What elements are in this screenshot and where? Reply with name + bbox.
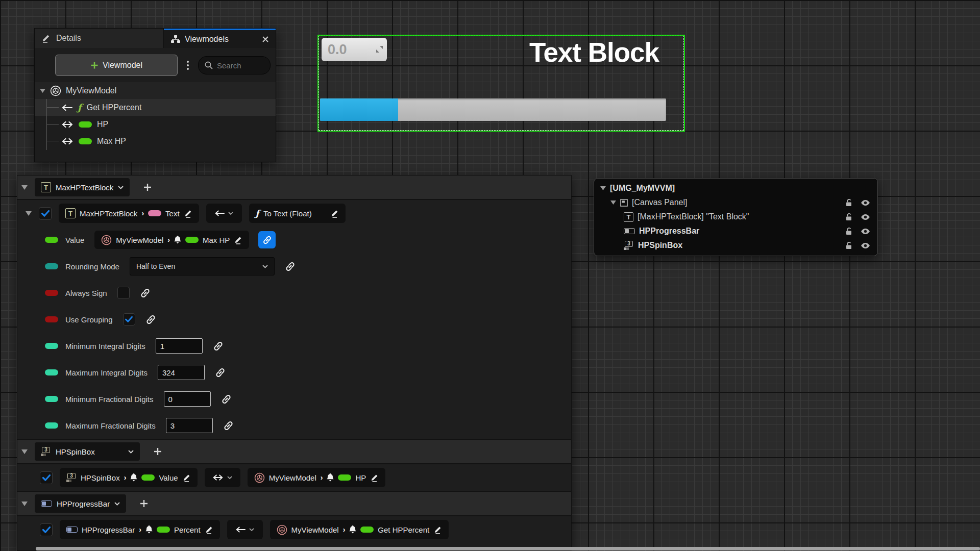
rounding-mode-dropdown[interactable]: Half to Even (130, 257, 275, 276)
collapse-triangle-icon[interactable] (40, 89, 45, 93)
destination-chip[interactable]: T MaxHPTextBlock › Text (59, 204, 199, 223)
function-icon: ƒ (256, 208, 259, 218)
viewmodel-root-row[interactable]: MyViewModel (35, 82, 276, 99)
viewmodel-item-hp[interactable]: HP (35, 116, 276, 133)
link-icon[interactable] (145, 314, 156, 325)
collapse-triangle-icon[interactable] (26, 211, 32, 216)
link-icon[interactable] (223, 420, 234, 431)
collapse-triangle-icon[interactable] (610, 201, 616, 205)
edit-pencil-icon[interactable] (205, 525, 213, 534)
int-pill-icon (45, 369, 58, 375)
hierarchy-row-hpprogressbar[interactable]: HPProgressBar (594, 224, 877, 238)
viewmodel-source-chip[interactable]: MyViewModel › HP (248, 468, 386, 487)
always-sign-checkbox[interactable] (117, 287, 130, 299)
canvas-selection[interactable]: 0.0 Text Block (317, 35, 685, 132)
hierarchy-row-root[interactable]: [UMG_MyMVVM] (594, 181, 877, 195)
unlock-icon[interactable] (845, 241, 852, 249)
collapse-triangle-icon[interactable] (21, 185, 28, 190)
search-input[interactable]: Search (198, 56, 271, 74)
conversion-function-name: To Text (Float) (263, 209, 312, 218)
chevron-down-icon (249, 528, 254, 531)
viewmodel-tree: MyViewModel ƒ Get HPPercent HP (35, 82, 276, 149)
edit-pencil-icon[interactable] (184, 209, 192, 218)
max-fractional-digits-input[interactable] (166, 418, 213, 433)
hierarchy-row-hpspinbox[interactable]: 3 HPSpinBox (594, 238, 877, 253)
min-integral-digits-input[interactable] (156, 338, 203, 354)
edit-pencil-icon[interactable] (370, 473, 379, 482)
link-icon[interactable] (285, 261, 296, 272)
add-binding-icon[interactable] (143, 183, 152, 192)
canvas-panel-icon (620, 199, 628, 207)
binding-direction-dropdown[interactable] (206, 204, 242, 223)
tab-details[interactable]: Details (35, 29, 164, 48)
add-viewmodel-button[interactable]: Viewmodel (55, 55, 178, 76)
collapse-triangle-icon[interactable] (600, 186, 606, 190)
hierarchy-item-label: HPSpinBox (638, 241, 682, 250)
binding-direction-dropdown[interactable] (227, 520, 263, 539)
hierarchy-root-label: [UMG_MyMVVM] (610, 184, 675, 193)
kebab-menu-icon[interactable] (184, 59, 192, 72)
unlock-icon[interactable] (845, 198, 852, 207)
viewmodels-panel-tabs: Details Viewmodels (35, 29, 276, 48)
unlock-icon[interactable] (845, 213, 852, 221)
visibility-eye-icon[interactable] (861, 214, 870, 220)
destination-chip[interactable]: HPProgressBar › Percent (60, 520, 220, 539)
max-integral-digits-input[interactable] (158, 365, 205, 380)
visibility-eye-icon[interactable] (861, 228, 870, 235)
arg-row-min-integral-digits: Minimum Integral Digits (17, 333, 571, 359)
viewmodels-toolbar: Viewmodel Search (35, 48, 276, 76)
min-fractional-digits-input[interactable] (164, 391, 211, 407)
unlock-icon[interactable] (845, 227, 852, 235)
link-icon[interactable] (140, 288, 151, 298)
destination-property-name: Text (165, 209, 180, 218)
binding-enabled-checkbox[interactable] (39, 207, 52, 220)
hierarchy-row-canvas-panel[interactable]: [Canvas Panel] (594, 195, 877, 210)
spinbox-icon: 3 (66, 473, 77, 483)
viewmodel-item-max-hp[interactable]: Max HP (35, 133, 276, 149)
binding-link-button[interactable] (258, 231, 276, 248)
property-pill-icon (141, 474, 155, 481)
collapse-triangle-icon[interactable] (21, 449, 28, 454)
int-pill-icon (45, 422, 58, 429)
visibility-eye-icon[interactable] (861, 199, 870, 206)
edit-pencil-icon[interactable] (234, 236, 242, 244)
close-icon[interactable] (262, 36, 268, 42)
hp-progressbar-widget[interactable] (320, 98, 666, 121)
edit-pencil-icon[interactable] (433, 525, 442, 534)
link-icon[interactable] (221, 394, 232, 405)
viewmodel-source-chip[interactable]: MyViewModel › Max HP (94, 231, 249, 249)
conversion-function-chip[interactable]: ƒ To Text (Float) (249, 204, 346, 223)
details-icon (42, 34, 52, 43)
arg-row-always-sign: Always Sign (17, 280, 571, 306)
bool-pill-icon (45, 290, 58, 296)
notify-bell-icon (145, 525, 153, 534)
link-icon[interactable] (215, 367, 226, 378)
spinbox-value: 0.0 (328, 42, 347, 58)
visibility-eye-icon[interactable] (861, 242, 870, 249)
edit-pencil-icon[interactable] (330, 209, 339, 218)
text-block-widget[interactable]: Text Block (487, 37, 701, 68)
hierarchy-row-maxhptextblock[interactable]: T [MaxHPTextBlock] "Text Block" (594, 210, 877, 224)
destination-chip[interactable]: 3 HPSpinBox › Value (60, 468, 198, 487)
widget-selector-button[interactable]: T MaxHPTextBlock (35, 178, 130, 196)
horizontal-scrollbar[interactable] (36, 547, 980, 550)
hp-spinbox-widget[interactable]: 0.0 (322, 38, 387, 61)
tab-viewmodels[interactable]: Viewmodels (164, 29, 276, 48)
hierarchy-item-label: HPProgressBar (639, 227, 699, 236)
widget-selector-button[interactable]: 3 HPSpinBox (35, 442, 140, 461)
binding-enabled-checkbox[interactable] (40, 523, 53, 536)
widget-selector-button[interactable]: HPProgressBar (35, 494, 126, 513)
binding-enabled-checkbox[interactable] (40, 471, 53, 484)
use-grouping-checkbox[interactable] (123, 313, 135, 325)
binding-direction-dropdown[interactable] (205, 468, 240, 487)
viewmodel-source-chip[interactable]: MyViewModel › Get HPPercent (270, 520, 449, 539)
add-binding-icon[interactable] (153, 447, 162, 456)
link-icon[interactable] (213, 341, 224, 352)
viewmodel-cube-icon (50, 85, 61, 96)
add-binding-icon[interactable] (139, 499, 149, 508)
edit-pencil-icon[interactable] (182, 473, 191, 482)
one-way-arrow-icon (61, 105, 72, 111)
collapse-triangle-icon[interactable] (21, 502, 28, 506)
viewmodel-item-get-hppercent[interactable]: ƒ Get HPPercent (35, 99, 276, 116)
arg-label: Always Sign (65, 289, 107, 297)
